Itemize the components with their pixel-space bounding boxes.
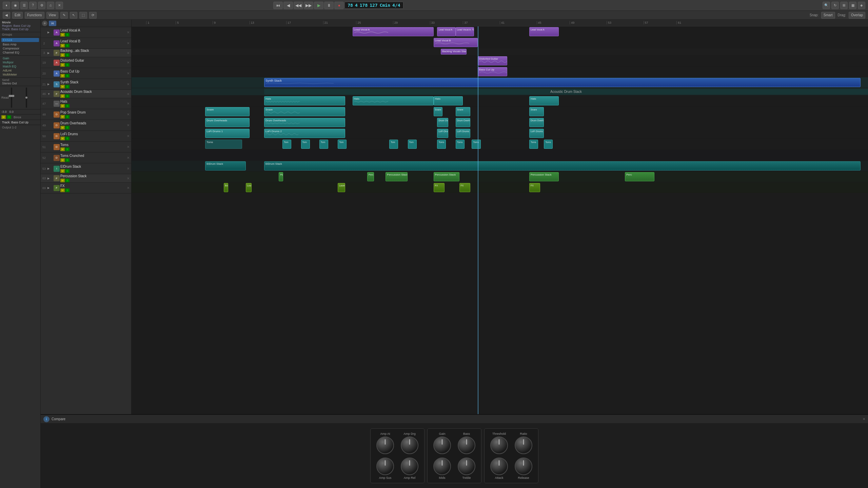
solo-btn-21[interactable]: S xyxy=(65,85,70,88)
region-tom-2[interactable]: Tom xyxy=(301,140,310,149)
toolbar-btn-prefs[interactable]: ⚙ xyxy=(38,2,45,9)
region-tom-3[interactable]: Tom xyxy=(319,140,328,149)
btn-loop[interactable]: ⟳ xyxy=(89,12,97,19)
toolbar-btn-logo[interactable]: ♦ xyxy=(3,2,10,9)
master-solo-btn[interactable]: S xyxy=(7,115,11,119)
mute-btn-48[interactable]: M xyxy=(60,115,65,119)
region-ovhd-5[interactable]: Drum Overheads xyxy=(529,118,544,127)
amp-sus-knob[interactable] xyxy=(376,458,394,475)
region-tom-5[interactable]: Tom xyxy=(389,140,398,149)
region-eldrum-2[interactable]: ElDrum Stack xyxy=(264,161,861,170)
track-close-48[interactable]: ✕ xyxy=(126,112,131,117)
track-expand-3[interactable]: ▶ xyxy=(47,52,52,55)
btn-record[interactable]: ● xyxy=(334,2,344,9)
plugin-multimeter[interactable]: MultiMeter xyxy=(1,73,39,77)
track-close-51[interactable]: ✕ xyxy=(126,145,131,149)
mute-btn-20[interactable]: M xyxy=(60,74,65,78)
region-ovhd-1[interactable]: Drum Overheads xyxy=(205,118,249,127)
toolbar-btn-power[interactable]: ◉ xyxy=(12,2,19,9)
btn-back[interactable]: ◀ xyxy=(3,12,10,19)
toolbar-btn-list[interactable]: ☰ xyxy=(20,2,28,9)
region-snare-4[interactable]: Snare xyxy=(456,107,470,116)
solo-btn-46[interactable]: S xyxy=(65,94,70,98)
region-lva-2[interactable]: Lead Vocal A xyxy=(437,27,455,36)
toolbar-btn-mute[interactable]: ◈ xyxy=(858,2,865,9)
region-snare-3[interactable]: Snare xyxy=(434,107,442,116)
mute-btn-49[interactable]: M xyxy=(60,126,65,129)
solo-btn-49[interactable]: S xyxy=(65,126,70,129)
plugin-channel-eq[interactable]: Channel EQ xyxy=(1,50,39,55)
region-lva-1[interactable]: Lead Vocal A xyxy=(353,27,434,36)
region-toms-4[interactable]: Toms xyxy=(472,140,480,149)
drag-value[interactable]: Overlap xyxy=(849,12,865,19)
region-tom-1[interactable]: Tom xyxy=(282,140,291,149)
plugin-compressor[interactable]: Compressor xyxy=(1,46,39,50)
plugin-adlmt[interactable]: AdLmt xyxy=(1,68,39,73)
mute-btn-19[interactable]: M xyxy=(60,63,65,67)
solo-btn-51[interactable]: S xyxy=(65,147,70,151)
region-toms-2[interactable]: Toms xyxy=(437,140,446,149)
gain-knob[interactable] xyxy=(433,436,451,454)
mute-btn-3[interactable]: M xyxy=(60,53,65,57)
track-close-53[interactable]: ✕ xyxy=(126,166,131,171)
btn-forward[interactable]: ▶▶ xyxy=(304,2,313,9)
btn-functions[interactable]: Functions xyxy=(25,12,44,19)
solo-btn-19[interactable]: S xyxy=(65,63,70,67)
h-button[interactable]: H xyxy=(49,21,56,26)
plugin-multipor[interactable]: Multipor xyxy=(1,60,39,64)
region-toms-5[interactable]: Toms xyxy=(529,140,538,149)
btn-rewind-start[interactable]: ⏮ xyxy=(273,2,283,9)
track-close-69[interactable]: ✕ xyxy=(126,186,131,190)
solo-btn-3[interactable]: S xyxy=(65,53,70,57)
region-lva-4[interactable]: Lead Vocal A xyxy=(529,27,559,36)
region-ovhd-4[interactable]: Drum Overheads xyxy=(456,118,470,127)
track-expand-46[interactable]: ▼ xyxy=(47,93,52,96)
region-backing-1[interactable]: Backing Vocals Stack xyxy=(441,49,467,55)
btn-edit[interactable]: Edit xyxy=(12,12,23,19)
toolbar-btn-x[interactable]: ✕ xyxy=(56,2,63,9)
region-perc-2[interactable]: Percussion xyxy=(367,172,374,181)
track-expand-69[interactable]: ▶ xyxy=(47,186,52,189)
track-expand-63[interactable]: ▶ xyxy=(47,177,52,180)
btn-rewind[interactable]: ◀◀ xyxy=(294,2,303,9)
track-expand-21[interactable]: ▶ xyxy=(47,83,52,86)
solo-btn-50[interactable]: S xyxy=(65,137,70,140)
region-eldrum-1[interactable]: ElDrum Stack xyxy=(205,161,245,170)
treble-knob[interactable] xyxy=(458,458,475,475)
btn-pause[interactable]: ⏸ xyxy=(324,2,334,9)
track-close-2[interactable]: ✕ xyxy=(126,41,131,46)
bass-knob[interactable] xyxy=(458,436,475,454)
master-mute-btn[interactable]: M xyxy=(1,115,6,119)
region-perc-1[interactable]: Perc xyxy=(279,172,283,181)
btn-play-prev[interactable]: ◀ xyxy=(283,2,293,9)
threshold-knob[interactable] xyxy=(490,436,508,454)
region-toms-6[interactable]: Toms xyxy=(544,140,553,149)
toolbar-btn-refresh[interactable]: ↻ xyxy=(831,2,839,9)
region-snare-5[interactable]: Snare xyxy=(529,107,544,116)
mute-btn-21[interactable]: M xyxy=(60,85,65,88)
amp-at-knob[interactable] xyxy=(376,436,394,454)
region-lofi-3[interactable]: LoFi Drums 1 xyxy=(437,129,448,138)
plugin-match-eq[interactable]: Match EQ xyxy=(1,64,39,68)
mute-btn-46[interactable]: M xyxy=(60,94,65,98)
track-close-20[interactable]: ✕ xyxy=(126,71,131,76)
region-perc-stack-4[interactable]: Perc xyxy=(625,172,654,181)
solo-btn-52[interactable]: S xyxy=(65,158,70,162)
region-lvb-1[interactable]: Lead Vocal B xyxy=(434,38,478,47)
mute-btn-51[interactable]: M xyxy=(60,147,65,151)
mute-btn-53[interactable]: M xyxy=(60,169,65,173)
region-lofi-4[interactable]: LoFi Drums 2 xyxy=(456,129,470,138)
track-close-1[interactable]: ✕ xyxy=(126,30,131,35)
compare-btn[interactable]: Compare xyxy=(52,417,65,421)
snap-value[interactable]: Smart xyxy=(821,12,835,19)
solo-btn-47[interactable]: S xyxy=(65,104,70,108)
toolbar-btn-score[interactable]: ♫ xyxy=(47,2,54,9)
region-lofi-1[interactable]: LoFi Drums 1 xyxy=(205,129,249,138)
toolbar-btn-config[interactable]: ⊞ xyxy=(840,2,848,9)
solo-btn-20[interactable]: S xyxy=(65,74,70,78)
mids-knob[interactable] xyxy=(433,458,451,475)
track-close-49[interactable]: ✕ xyxy=(126,123,131,128)
fader-track[interactable] xyxy=(11,87,12,108)
mute-btn-63[interactable]: M xyxy=(60,179,65,182)
region-bass-1[interactable]: Bass Cut Up xyxy=(478,67,507,76)
